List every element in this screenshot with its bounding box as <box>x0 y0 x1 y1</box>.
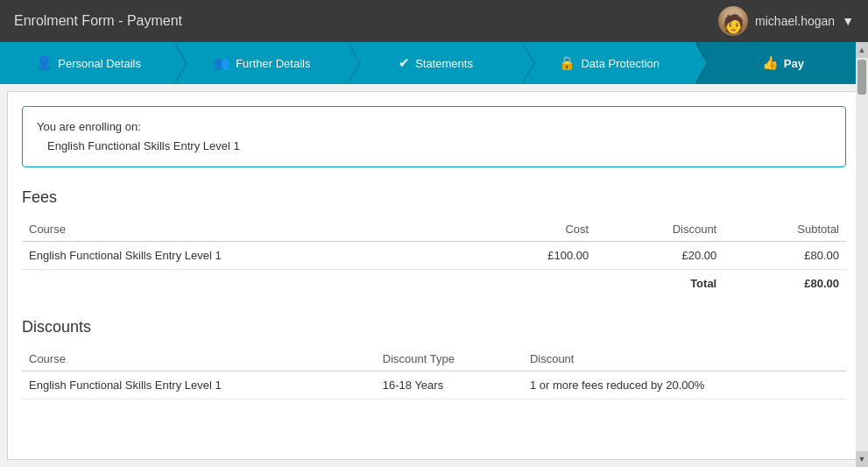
step-data-protection[interactable]: 🔒 Data Protection <box>521 42 695 84</box>
user-menu[interactable]: 🧑 michael.hogan ▼ <box>718 6 854 36</box>
discounts-col-course: Course <box>22 347 376 371</box>
discounts-col-discount: Discount <box>523 347 846 371</box>
fees-col-cost: Cost <box>475 217 596 242</box>
scroll-thumb[interactable] <box>857 60 866 95</box>
scrollbar[interactable]: ▲ ▼ <box>856 42 868 467</box>
enroll-notice: You are enrolling on: English Functional… <box>22 106 846 167</box>
group-icon: 👥 <box>214 55 230 71</box>
table-row: English Functional Skills Entry Level 1 … <box>22 242 846 270</box>
step-statements-label: Statements <box>415 57 473 70</box>
step-personal-details[interactable]: 👤 Personal Details <box>0 42 173 84</box>
fees-row-course: English Functional Skills Entry Level 1 <box>22 242 475 270</box>
step-pay[interactable]: 👍 Pay <box>695 42 868 84</box>
step-personal-details-label: Personal Details <box>58 57 141 70</box>
discounts-row-course: English Functional Skills Entry Level 1 <box>22 371 376 400</box>
fees-col-course: Course <box>22 217 475 242</box>
chevron-down-icon: ▼ <box>842 14 854 28</box>
lock-icon: 🔒 <box>559 55 575 71</box>
step-data-protection-label: Data Protection <box>581 57 660 70</box>
fees-row-cost: £100.00 <box>475 242 596 270</box>
avatar: 🧑 <box>718 6 748 36</box>
scroll-track <box>856 58 868 451</box>
page-title: Enrolment Form - Payment <box>14 13 182 29</box>
enroll-notice-course: English Functional Skills Entry Level 1 <box>37 137 831 156</box>
fees-row-subtotal: £80.00 <box>723 242 846 270</box>
discounts-col-type: Discount Type <box>376 347 523 371</box>
discounts-section: Discounts Course Discount Type Discount … <box>22 315 846 400</box>
step-further-details[interactable]: 👥 Further Details <box>173 42 347 84</box>
steps-nav: 👤 Personal Details 👥 Further Details ✔ S… <box>0 42 868 84</box>
step-further-details-label: Further Details <box>236 57 310 70</box>
fees-col-subtotal: Subtotal <box>723 217 846 242</box>
scroll-down-arrow[interactable]: ▼ <box>856 451 868 467</box>
fees-section: Fees Course Cost Discount Subtotal Engli… <box>22 185 846 297</box>
table-row: English Functional Skills Entry Level 1 … <box>22 371 846 400</box>
username-label: michael.hogan <box>755 14 835 28</box>
scroll-up-arrow[interactable]: ▲ <box>856 42 868 58</box>
fees-total-value: £80.00 <box>723 270 846 298</box>
header: Enrolment Form - Payment 🧑 michael.hogan… <box>0 0 868 42</box>
discounts-table: Course Discount Type Discount English Fu… <box>22 347 846 400</box>
thumbsup-icon: 👍 <box>762 55 779 71</box>
page-wrapper: Enrolment Form - Payment 🧑 michael.hogan… <box>0 0 868 467</box>
discounts-row-discount: 1 or more fees reduced by 20.00% <box>523 371 846 400</box>
main-content: You are enrolling on: English Functional… <box>7 91 861 460</box>
enroll-notice-line1: You are enrolling on: <box>37 117 831 137</box>
fees-row-discount: £20.00 <box>596 242 723 270</box>
discounts-row-type: 16-18 Years <box>376 371 523 400</box>
fees-table: Course Cost Discount Subtotal English Fu… <box>22 217 846 297</box>
checkmark-icon: ✔ <box>399 55 410 71</box>
person-icon: 👤 <box>36 55 53 71</box>
fees-col-discount: Discount <box>596 217 723 242</box>
discounts-section-title: Discounts <box>22 315 846 336</box>
step-statements[interactable]: ✔ Statements <box>347 42 520 84</box>
fees-section-title: Fees <box>22 185 846 207</box>
fees-total-row: Total £80.00 <box>22 270 846 298</box>
step-pay-label: Pay <box>784 57 804 70</box>
fees-total-label: Total <box>596 270 723 298</box>
